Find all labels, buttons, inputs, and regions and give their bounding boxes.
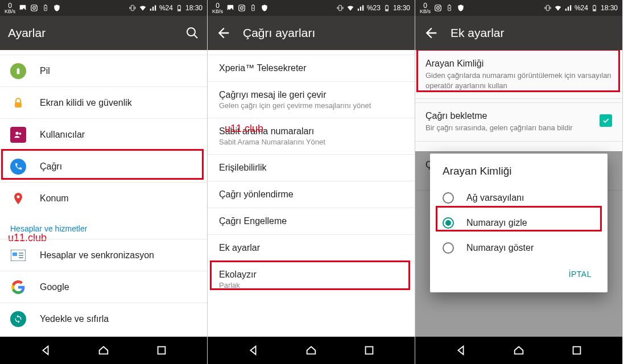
svg-rect-34 [547,5,549,10]
row-call-blocking[interactable]: Çağrı Engelleme [208,208,415,234]
row-google[interactable]: Google [0,271,207,303]
svg-rect-8 [178,9,180,10]
shield-icon [261,4,268,12]
back-icon[interactable] [216,25,232,41]
nav-home-icon[interactable] [305,344,317,357]
instagram-icon [434,4,442,12]
nav-back-icon[interactable] [39,344,52,357]
svg-point-30 [437,7,440,10]
svg-point-31 [440,6,440,6]
battery-percent: %24 [159,4,173,12]
picture-icon [19,4,27,12]
option-label: Ağ varsayılanı [466,193,524,203]
row-label: Pil [40,66,50,76]
svg-rect-27 [386,9,388,10]
wifi-icon [139,4,147,12]
row-desc: Parlak [219,281,403,289]
row-call[interactable]: Çağrı [0,150,207,182]
nav-back-icon[interactable] [454,344,467,357]
page-title: Çağrı ayarları [243,26,407,40]
nav-home-icon[interactable] [97,344,110,357]
status-bar: 0KB/s %23 18:30 [208,0,415,16]
row-backup[interactable]: Yedekle ve sıfırla [0,303,207,334]
nav-recent-icon[interactable] [571,344,583,357]
instagram-icon [30,4,38,12]
svg-rect-36 [594,5,595,6]
cancel-button[interactable]: İPTAL [563,265,597,283]
row-label: Yedekle ve sıfırla [40,314,109,324]
row-fixed-dialing[interactable]: Sabit arama numaraları Sabit Arama Numar… [208,118,415,154]
row-label: Hesaplar ve senkronizasyon [40,250,154,260]
svg-point-14 [19,133,21,135]
battery-app-icon [445,4,453,12]
row-label: Ekolayzır [219,270,403,280]
nav-back-icon[interactable] [247,344,259,357]
svg-rect-33 [449,5,450,5]
svg-point-9 [187,28,195,36]
row-label: Sabit arama numaraları [219,126,403,136]
row-users[interactable]: Kullanıcılar [0,118,207,150]
signal-icon [564,4,572,12]
row-label: Kullanıcılar [40,130,85,140]
screen-additional-settings: 0KB/s %24 18:30 Ek ayarlar Arayan Kimliğ… [415,0,623,364]
row-reject-sms[interactable]: Çağrıyı mesaj ile geri çevir Gelen çağrı… [208,81,415,118]
checkbox-checked-icon[interactable] [600,114,612,127]
svg-rect-12 [15,102,22,107]
row-voicemail[interactable]: Xperia™ Telesekreter [208,55,415,81]
shield-icon [53,4,61,12]
nav-bar [415,337,622,364]
item-title: Arayan Kimliği [425,59,612,69]
battery-app-icon [249,4,257,12]
svg-point-15 [17,195,20,198]
google-icon [10,279,26,295]
svg-rect-18 [158,347,166,354]
appbar: Çağrı ayarları [208,16,415,50]
row-location[interactable]: Konum [0,182,207,214]
row-accessibility[interactable]: Erişilebilirlik [208,154,415,181]
additional-settings-content: Arayan Kimliği Giden çağrılarda numaramı… [415,50,622,337]
option-show-number[interactable]: Numarayı göster [430,235,608,260]
svg-rect-11 [18,68,19,68]
option-label: Numarayı gizle [466,218,527,228]
svg-point-1 [33,7,36,10]
card-call-waiting[interactable]: Çağrı bekletme Bir çağrı sırasında, gele… [415,102,622,142]
battery-icon [175,4,183,12]
card-caller-id[interactable]: Arayan Kimliği Giden çağrılarda numaramı… [415,50,622,99]
battery-icon [10,63,26,79]
radio-unchecked-icon [443,192,454,204]
nav-recent-icon[interactable] [363,344,375,357]
row-accounts-sync[interactable]: Hesaplar ve senkronizasyon [0,239,207,271]
wifi-icon [346,4,354,12]
svg-rect-10 [17,68,20,73]
instagram-icon [238,4,246,12]
nav-recent-icon[interactable] [155,344,168,357]
subheader-accounts: Hesaplar ve hizmetler [0,214,207,235]
row-label: Google [40,282,69,292]
row-call-forwarding[interactable]: Çağrı yönlendirme [208,181,415,208]
nav-home-icon[interactable] [513,344,525,357]
back-icon[interactable] [423,25,439,41]
option-hide-number[interactable]: Numarayı gizle [430,210,608,235]
row-label: Çağrı [40,162,62,172]
row-battery[interactable]: Pil [0,55,207,86]
vibrate-icon [336,4,344,12]
item-title: Çağrı bekletme [425,111,592,121]
row-additional-settings[interactable]: Ek ayarlar [208,234,415,261]
clock: 18:30 [601,4,618,12]
search-icon[interactable] [185,26,199,40]
battery-percent: %23 [367,4,381,12]
wifi-icon [554,4,562,12]
row-label: Çağrıyı mesaj ile geri çevir [219,90,403,100]
row-equalizer[interactable]: Ekolayzır Parlak [208,261,415,297]
svg-rect-37 [593,9,596,10]
shield-icon [457,4,465,12]
page-title: Ek ayarlar [451,26,614,40]
location-icon [10,191,26,206]
row-desc: Gelen çağrı için geri çevirme mesajların… [219,101,403,110]
users-icon [10,127,26,143]
dialog-title: Arayan Kimliği [430,165,608,185]
option-network-default[interactable]: Ağ varsayılanı [430,185,608,210]
row-lockscreen[interactable]: Ekran kilidi ve güvenlik [0,86,207,118]
screen-call-settings: 0KB/s %23 18:30 Çağrı ayarları Xperia™ T… [208,0,415,364]
data-rate: 0KB/s [420,2,431,14]
